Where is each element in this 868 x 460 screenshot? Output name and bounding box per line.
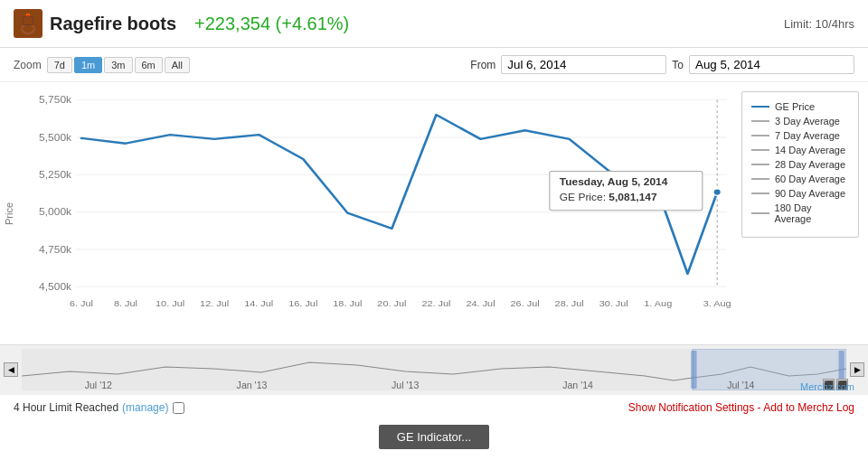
legend-90day-label: 90 Day Average: [775, 188, 845, 199]
zoom-1m[interactable]: 1m: [74, 57, 102, 73]
zoom-label: Zoom: [14, 59, 42, 71]
legend-7day: 7 Day Average: [751, 130, 849, 141]
svg-text:4,500k: 4,500k: [39, 282, 71, 292]
item-icon: [14, 9, 42, 38]
legend-14day: 14 Day Average: [751, 145, 849, 155]
legend-3day-label: 3 Day Average: [775, 116, 840, 127]
svg-text:4,750k: 4,750k: [39, 244, 71, 254]
ge-indicator-button[interactable]: GE Indicator...: [379, 425, 489, 449]
svg-text:5,500k: 5,500k: [39, 132, 71, 142]
legend-180day: 180 Day Average: [751, 202, 849, 224]
from-label: From: [470, 59, 495, 71]
svg-text:1. Aug: 1. Aug: [644, 299, 672, 308]
legend-ge-price: GE Price: [751, 101, 849, 112]
svg-text:5,750k: 5,750k: [39, 95, 71, 105]
zoom-6m[interactable]: 6m: [135, 57, 163, 73]
svg-text:GE Price: 5,081,147: GE Price: 5,081,147: [560, 192, 657, 202]
scroll-right-button[interactable]: ▶: [850, 362, 864, 377]
svg-text:Jul '12: Jul '12: [85, 380, 113, 390]
legend-28day: 28 Day Average: [751, 159, 849, 170]
legend-60day-label: 60 Day Average: [775, 174, 845, 184]
svg-text:24. Jul: 24. Jul: [466, 299, 495, 308]
svg-text:Jan '14: Jan '14: [562, 380, 593, 390]
price-change: +223,354 (+4.61%): [194, 14, 784, 34]
zoom-all[interactable]: All: [165, 57, 190, 73]
notification-link[interactable]: Show Notification Settings - Add to Merc…: [628, 401, 854, 414]
svg-text:30. Jul: 30. Jul: [599, 299, 628, 308]
svg-text:8. Jul: 8. Jul: [114, 299, 137, 308]
svg-text:28. Jul: 28. Jul: [555, 299, 584, 308]
brand-label: Merchz.com: [800, 381, 854, 392]
limit-notice: 4 Hour Limit Reached: [14, 401, 118, 414]
legend-28day-label: 28 Day Average: [775, 159, 845, 170]
legend-ge-price-label: GE Price: [775, 101, 815, 112]
zoom-7d[interactable]: 7d: [47, 57, 72, 73]
svg-text:Jan '13: Jan '13: [237, 380, 268, 390]
svg-text:14. Jul: 14. Jul: [244, 299, 273, 308]
scroll-left-button[interactable]: ◀: [4, 362, 18, 377]
svg-text:Tuesday, Aug 5, 2014: Tuesday, Aug 5, 2014: [560, 176, 668, 186]
legend-90day: 90 Day Average: [751, 188, 849, 199]
svg-text:10. Jul: 10. Jul: [156, 299, 184, 308]
limit-checkbox[interactable]: [173, 402, 184, 414]
legend-180day-label: 180 Day Average: [775, 202, 849, 224]
svg-text:20. Jul: 20. Jul: [377, 299, 406, 308]
svg-text:12. Jul: 12. Jul: [200, 299, 229, 308]
svg-text:3. Aug: 3. Aug: [703, 299, 731, 308]
y-axis-label: Price: [0, 82, 18, 344]
svg-text:5,000k: 5,000k: [39, 207, 71, 217]
overview-chart: Jul '12 Jan '13 Jul '13 Jan '14 Jul '14: [22, 349, 846, 390]
svg-text:22. Jul: 22. Jul: [421, 299, 450, 308]
legend-7day-label: 7 Day Average: [775, 130, 840, 141]
svg-point-2: [23, 25, 33, 33]
price-chart: 5,750k 5,500k 5,250k 5,000k 4,750k 4,500…: [27, 91, 737, 317]
limit-text: Limit: 10/4hrs: [784, 17, 854, 31]
chart-legend: GE Price 3 Day Average 7 Day Average 14 …: [741, 91, 859, 238]
svg-text:5,250k: 5,250k: [39, 170, 71, 180]
to-date-input[interactable]: [689, 55, 854, 74]
zoom-3m[interactable]: 3m: [104, 57, 132, 73]
legend-14day-label: 14 Day Average: [775, 145, 845, 155]
svg-rect-4: [24, 17, 33, 24]
from-date-input[interactable]: [501, 55, 666, 74]
legend-3day: 3 Day Average: [751, 116, 849, 127]
page-title: Ragefire boots: [50, 14, 176, 34]
legend-60day: 60 Day Average: [751, 174, 849, 184]
svg-text:Jul '13: Jul '13: [392, 380, 420, 390]
manage-link[interactable]: (manage): [122, 401, 168, 414]
svg-text:18. Jul: 18. Jul: [333, 299, 362, 308]
svg-text:Jul '14: Jul '14: [727, 380, 755, 390]
svg-text:26. Jul: 26. Jul: [511, 299, 540, 308]
svg-rect-40: [691, 351, 696, 389]
svg-text:16. Jul: 16. Jul: [288, 299, 317, 308]
to-label: To: [672, 59, 684, 71]
svg-point-34: [713, 189, 722, 196]
svg-text:6. Jul: 6. Jul: [70, 299, 93, 308]
